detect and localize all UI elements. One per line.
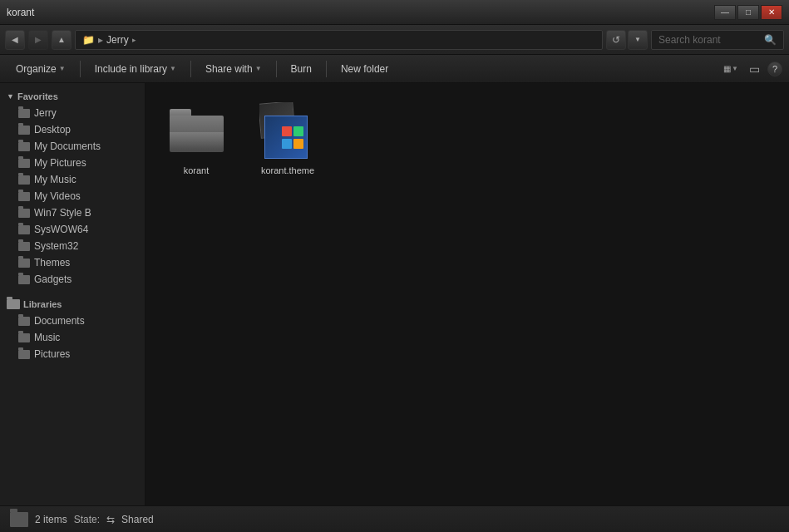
- folder-icon-win7style: [18, 209, 30, 218]
- sidebar-item-mymusic[interactable]: My Music: [0, 171, 145, 188]
- sidebar-item-jerry[interactable]: Jerry: [0, 105, 145, 121]
- details-pane-button[interactable]: ▭: [744, 59, 764, 79]
- favorites-section-header[interactable]: ▼ Favorites: [0, 88, 145, 105]
- folder-icon-desktop: [18, 126, 30, 135]
- folder-icon-myvideos: [18, 192, 30, 201]
- folder-icon-small: 📁: [82, 34, 95, 46]
- file-icon-korant-container: [167, 101, 225, 160]
- share-with-button[interactable]: Share with ▼: [196, 58, 271, 80]
- folder-icon-themes: [18, 259, 30, 268]
- folder-icon-korant-big: [170, 109, 224, 152]
- sidebar-item-win7style[interactable]: Win7 Style B: [0, 204, 145, 221]
- file-name-korant-theme: korant.theme: [261, 165, 314, 176]
- sidebar-item-system32[interactable]: System32: [0, 238, 145, 254]
- organize-button[interactable]: Organize ▼: [7, 58, 75, 80]
- sidebar-item-desktop[interactable]: Desktop: [0, 121, 145, 138]
- favorites-arrow: ▼: [7, 92, 14, 101]
- sidebar-item-documents[interactable]: Documents: [0, 313, 145, 329]
- windows-logo: [282, 126, 305, 150]
- back-button[interactable]: ◀: [5, 30, 25, 50]
- libraries-section-header[interactable]: Libraries: [0, 294, 145, 313]
- address-path[interactable]: 📁 ▸ Jerry ▸: [75, 30, 603, 50]
- toolbar-separator-3: [276, 61, 277, 77]
- close-button[interactable]: ✕: [761, 5, 782, 20]
- new-folder-button[interactable]: New folder: [332, 58, 397, 80]
- libraries-label: Libraries: [23, 299, 62, 309]
- dropdown-button[interactable]: ▼: [628, 30, 648, 50]
- sidebar-label-themes: Themes: [34, 257, 70, 268]
- sidebar-label-jerry: Jerry: [34, 107, 57, 119]
- folder-icon-syswow64: [18, 225, 30, 234]
- shared-icon: ⇆: [106, 514, 115, 525]
- sidebar-label-syswow64: SysWOW64: [34, 224, 88, 235]
- up-button[interactable]: ▲: [52, 30, 72, 50]
- folder-icon-system32: [18, 242, 30, 251]
- folder-icon-mypictures: [18, 159, 30, 168]
- window-title: korant: [7, 7, 34, 18]
- search-box[interactable]: Search korant 🔍: [651, 30, 784, 50]
- sidebar-item-syswow64[interactable]: SysWOW64: [0, 221, 145, 238]
- sidebar-label-mydocuments: My Documents: [34, 140, 101, 152]
- folder-icon-jerry: [18, 109, 30, 118]
- toolbar-separator-4: [326, 61, 327, 77]
- search-icon: 🔍: [764, 34, 777, 46]
- search-placeholder: Search korant: [658, 34, 721, 46]
- sidebar-label-documents: Documents: [34, 315, 85, 327]
- folder-icon-mymusic: [18, 175, 30, 185]
- share-chevron: ▼: [255, 65, 262, 72]
- state-label: State:: [74, 514, 100, 525]
- folder-icon-gadgets: [18, 275, 30, 284]
- sidebar-label-win7style: Win7 Style B: [34, 207, 91, 219]
- file-icon-theme-container: [259, 101, 317, 160]
- sidebar-item-mydocuments[interactable]: My Documents: [0, 138, 145, 155]
- sidebar-label-gadgets: Gadgets: [34, 273, 72, 285]
- sidebar-item-gadgets[interactable]: Gadgets: [0, 271, 145, 288]
- status-folder-icon: [10, 512, 28, 527]
- sidebar-label-system32: System32: [34, 240, 78, 252]
- file-item-korant-theme[interactable]: korant.theme: [250, 96, 325, 181]
- sidebar-item-mypictures[interactable]: My Pictures: [0, 155, 145, 171]
- folder-icon-documents: [18, 317, 30, 326]
- theme-file-icon: [259, 102, 316, 159]
- folder-icon-mydocuments: [18, 142, 30, 151]
- file-area: korant: [145, 83, 789, 505]
- file-name-korant: korant: [184, 165, 210, 176]
- main-area: ▼ Favorites Jerry Desktop My Documents M…: [0, 83, 789, 505]
- shared-text: Shared: [121, 514, 154, 525]
- toolbar-separator-1: [80, 61, 81, 77]
- maximize-button[interactable]: □: [737, 5, 759, 20]
- sidebar-item-music[interactable]: Music: [0, 329, 145, 346]
- libraries-folder-icon: [7, 299, 20, 309]
- include-in-library-button[interactable]: Include in library ▼: [86, 58, 185, 80]
- sidebar-item-themes[interactable]: Themes: [0, 254, 145, 271]
- organize-chevron: ▼: [59, 65, 66, 72]
- include-chevron: ▼: [170, 65, 176, 72]
- window-controls: — □ ✕: [714, 5, 782, 20]
- folder-icon-pictures-lib: [18, 350, 30, 359]
- sidebar-label-mypictures: My Pictures: [34, 157, 86, 169]
- path-segment-korant[interactable]: Jerry: [106, 34, 129, 46]
- address-bar: ◀ ▶ ▲ 📁 ▸ Jerry ▸ ↺ ▼ Search korant 🔍: [0, 25, 789, 55]
- file-item-korant[interactable]: korant: [159, 96, 234, 181]
- address-right: ↺ ▼: [606, 30, 648, 50]
- sidebar-label-music: Music: [34, 332, 60, 343]
- sidebar-label-myvideos: My Videos: [34, 190, 81, 202]
- toolbar-separator-2: [190, 61, 191, 77]
- sidebar-item-myvideos[interactable]: My Videos: [0, 188, 145, 204]
- help-button[interactable]: ?: [767, 62, 782, 76]
- minimize-button[interactable]: —: [714, 5, 736, 20]
- title-bar: korant — □ ✕: [0, 0, 789, 25]
- refresh-button[interactable]: ↺: [606, 30, 626, 50]
- burn-button[interactable]: Burn: [282, 58, 321, 80]
- status-bar: 2 items State: ⇆ Shared: [0, 505, 789, 532]
- folder-icon-music: [18, 333, 30, 342]
- sidebar-label-desktop: Desktop: [34, 124, 71, 135]
- toolbar-view-controls: ▦ ▼ ▭ ?: [721, 59, 782, 79]
- sidebar-divider: [0, 288, 145, 294]
- forward-button[interactable]: ▶: [28, 30, 48, 50]
- sidebar-item-pictures-lib[interactable]: Pictures: [0, 346, 145, 362]
- item-count: 2 items: [35, 514, 67, 525]
- view-toggle-button[interactable]: ▦ ▼: [721, 59, 741, 79]
- toolbar: Organize ▼ Include in library ▼ Share wi…: [0, 55, 789, 83]
- sidebar-label-pictures-lib: Pictures: [34, 348, 70, 360]
